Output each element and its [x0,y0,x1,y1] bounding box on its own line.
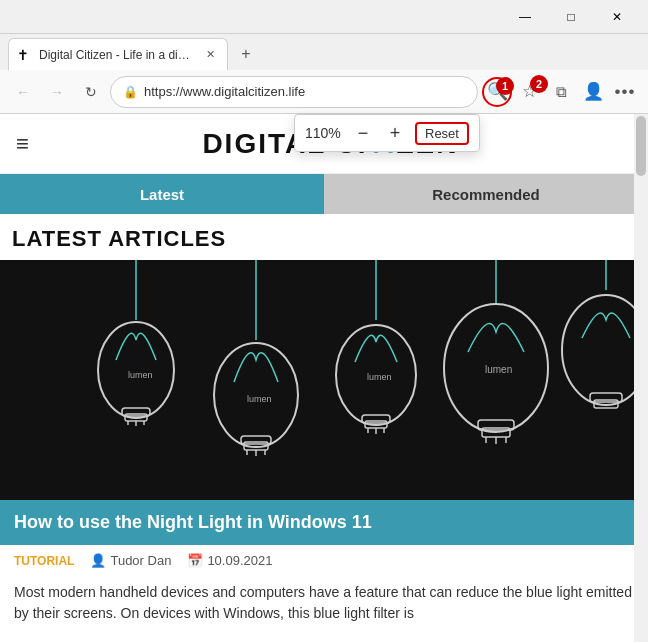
article-author: 👤 Tudor Dan [90,553,171,568]
browser-tab[interactable]: ✝ Digital Citizen - Life in a digital w … [8,38,228,70]
svg-text:lumen: lumen [367,372,392,382]
article-title: How to use the Night Light in Windows 11 [14,512,634,533]
bulb-scene-svg: lumen lumen [0,260,648,500]
svg-text:lumen: lumen [247,394,272,404]
article-excerpt: Most modern handheld devices and compute… [0,576,648,634]
zoom-reset-button[interactable]: Reset [415,122,469,145]
back-button[interactable]: ← [8,77,38,107]
site-content: ≡ DIGITAL CITIZEN Latest Recommended LAT… [0,114,648,634]
favorites-button[interactable]: ☆ 2 [514,77,544,107]
more-icon: ••• [615,82,636,102]
forward-button[interactable]: → [42,77,72,107]
tab-close-icon[interactable]: ✕ [201,46,219,64]
svg-text:lumen: lumen [485,364,512,375]
url-bar[interactable]: 🔒 https://www.digitalcitizen.life [110,76,478,108]
profile-icon: 👤 [583,81,604,102]
content-tabs: Latest Recommended [0,174,648,214]
calendar-icon: 📅 [187,553,203,568]
scrollbar-thumb[interactable] [636,116,646,176]
scrollbar[interactable] [634,114,648,642]
close-button[interactable]: ✕ [594,0,640,34]
zoom-minus-button[interactable]: − [351,121,375,145]
article-date: 📅 10.09.2021 [187,553,272,568]
maximize-button[interactable]: □ [548,0,594,34]
badge-1: 1 [496,77,514,95]
article-image: lumen lumen [0,260,648,500]
zoom-popup: 110% − + Reset [294,114,480,152]
person-icon: 👤 [90,553,106,568]
tab-title: Digital Citizen - Life in a digital w [39,48,195,62]
more-button[interactable]: ••• [610,77,640,107]
collections-icon: ⧉ [556,83,567,101]
title-bar: — □ ✕ [0,0,648,34]
tab-bar: ✝ Digital Citizen - Life in a digital w … [0,34,648,70]
article-meta: TUTORIAL 👤 Tudor Dan 📅 10.09.2021 [0,545,648,576]
url-text: https://www.digitalcitizen.life [144,84,465,99]
tab-favicon-icon: ✝ [17,47,33,63]
lock-icon: 🔒 [123,85,138,99]
collections-button[interactable]: ⧉ [546,77,576,107]
profile-button[interactable]: 👤 [578,77,608,107]
latest-articles-header: LATEST ARTICLES [0,214,648,260]
svg-text:lumen: lumen [128,370,153,380]
minimize-button[interactable]: — [502,0,548,34]
article-title-bar: How to use the Night Light in Windows 11 [0,500,648,545]
zoom-plus-button[interactable]: + [383,121,407,145]
toolbar-icons: 🔍 1 ☆ 2 ⧉ 👤 ••• [482,77,640,107]
address-bar: ← → ↻ 🔒 https://www.digitalcitizen.life … [0,70,648,114]
hamburger-menu-icon[interactable]: ≡ [16,131,29,157]
tab-recommended[interactable]: Recommended [324,174,648,214]
refresh-button[interactable]: ↻ [76,77,106,107]
tab-latest[interactable]: Latest [0,174,324,214]
new-tab-button[interactable]: + [232,40,260,68]
zoom-icon-button[interactable]: 🔍 1 [482,77,512,107]
article-category: TUTORIAL [14,554,74,568]
zoom-value: 110% [305,125,343,141]
article-card: lumen lumen [0,260,648,634]
